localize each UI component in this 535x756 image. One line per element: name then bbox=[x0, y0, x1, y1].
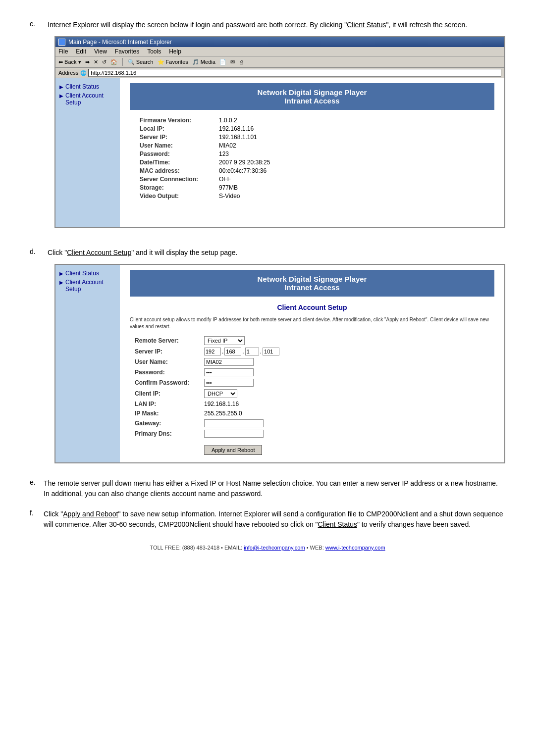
stop-button[interactable]: ✕ bbox=[94, 59, 98, 65]
toolbar-btn-3[interactable]: 🖨 bbox=[239, 59, 244, 65]
label-primary-dns: Primary Dns: bbox=[135, 430, 204, 437]
page-header-2: Network Digital Signage Player Intranet … bbox=[130, 270, 494, 297]
form-row-primary-dns: Primary Dns: bbox=[135, 430, 494, 438]
password-input[interactable] bbox=[204, 368, 254, 376]
value-password: 123 bbox=[219, 151, 229, 157]
setup-form: Remote Server: Fixed IP Host Name Server… bbox=[135, 336, 494, 455]
sidebar-client-status-label-2: Client Status bbox=[65, 270, 99, 277]
ip-dot-1: . bbox=[222, 348, 223, 355]
menu-help[interactable]: Help bbox=[169, 48, 181, 55]
apply-reboot-button[interactable]: Apply and Reboot bbox=[204, 445, 262, 455]
footer-email-link[interactable]: info@i-techcompany.com bbox=[244, 545, 305, 551]
section-e-letter: e. bbox=[30, 478, 38, 499]
favorites-button[interactable]: ⭐ Favorites bbox=[158, 59, 188, 65]
label-gateway: Gateway: bbox=[135, 420, 204, 427]
info-row-local-ip: Local IP: 192.168.1.16 bbox=[140, 125, 494, 132]
form-row-password: Password: bbox=[135, 368, 494, 376]
label-remote-server: Remote Server: bbox=[135, 337, 204, 344]
form-row-lan-ip: LAN IP: 192.168.1.16 bbox=[135, 401, 494, 407]
browser-icon-1 bbox=[58, 39, 65, 46]
client-ip-select[interactable]: DHCP Fixed IP bbox=[204, 389, 237, 398]
arrow-icon-3: ▶ bbox=[59, 271, 63, 276]
remote-server-select[interactable]: Fixed IP Host Name bbox=[204, 336, 245, 345]
forward-button[interactable]: ➡ bbox=[85, 59, 90, 65]
confirm-password-input[interactable] bbox=[204, 379, 254, 387]
footer-email-label: EMAIL: bbox=[224, 545, 242, 551]
section-d-text: Click "Client Account Setup" and it will… bbox=[48, 248, 238, 258]
address-icon: 🌐 bbox=[80, 70, 86, 76]
label-username-form: User Name: bbox=[135, 358, 204, 365]
ip-dot-3: . bbox=[260, 348, 262, 355]
value-datetime: 2007 9 29 20:38:25 bbox=[219, 159, 270, 166]
label-local-ip: Local IP: bbox=[140, 125, 219, 132]
menu-favorites[interactable]: Favorites bbox=[115, 48, 139, 55]
arrow-icon-2: ▶ bbox=[59, 93, 63, 99]
value-username: MIA02 bbox=[219, 142, 236, 149]
section-c-text: Internet Explorer will display the scree… bbox=[48, 20, 467, 30]
sidebar-client-account-1[interactable]: ▶ Client Account Setup bbox=[59, 92, 116, 106]
home-button[interactable]: 🏠 bbox=[110, 59, 117, 65]
form-row-server-ip: Server IP: . . . bbox=[135, 348, 494, 355]
ip-dot-2: . bbox=[242, 348, 244, 355]
arrow-icon-4: ▶ bbox=[59, 280, 63, 285]
address-label: Address bbox=[58, 70, 78, 76]
value-ip-mask: 255.255.255.0 bbox=[204, 410, 242, 417]
main-area-2: Network Digital Signage Player Intranet … bbox=[120, 265, 504, 462]
form-row-confirm-password: Confirm Password: bbox=[135, 379, 494, 387]
label-password: Password: bbox=[140, 151, 219, 157]
label-mac: MAC address: bbox=[140, 167, 219, 174]
search-button[interactable]: 🔍 Search bbox=[128, 59, 154, 65]
server-ip-1[interactable] bbox=[204, 348, 221, 355]
section-e: e. The remote server pull down menu has … bbox=[30, 478, 505, 499]
server-ip-group: . . . bbox=[204, 348, 279, 355]
value-storage: 977MB bbox=[219, 184, 238, 191]
menu-view[interactable]: View bbox=[94, 48, 107, 55]
server-ip-4[interactable] bbox=[263, 348, 279, 355]
form-row-client-ip: Client IP: DHCP Fixed IP bbox=[135, 389, 494, 398]
info-row-server-conn: Server Connnection: OFF bbox=[140, 176, 494, 183]
browser-toolbar-1: ⬅ Back ▾ ➡ ✕ ↺ 🏠 🔍 Search ⭐ Favorites 🎵 … bbox=[55, 56, 504, 68]
browser-content-2: ▶ Client Status ▶ Client Account Setup N… bbox=[55, 265, 504, 462]
footer: TOLL FREE: (888) 483-2418 • EMAIL: info@… bbox=[30, 545, 505, 551]
menu-tools[interactable]: Tools bbox=[147, 48, 161, 55]
sidebar-client-status-label-1: Client Status bbox=[65, 83, 99, 90]
section-c: c. Internet Explorer will display the sc… bbox=[30, 20, 505, 228]
primary-dns-input[interactable] bbox=[204, 430, 264, 438]
server-ip-2[interactable] bbox=[224, 348, 241, 355]
setup-title: Client Account Setup bbox=[130, 303, 494, 311]
address-input-1[interactable] bbox=[88, 69, 501, 77]
browser-content-1: ▶ Client Status ▶ Client Account Setup N… bbox=[55, 78, 504, 227]
section-f-text: Click "Apply and Reboot" to save new set… bbox=[44, 509, 505, 530]
value-lan-ip: 192.168.1.16 bbox=[204, 401, 239, 407]
section-f: f. Click "Apply and Reboot" to save new … bbox=[30, 509, 505, 530]
sidebar-client-account-2[interactable]: ▶ Client Account Setup bbox=[59, 279, 116, 293]
label-confirm-password: Confirm Password: bbox=[135, 379, 204, 386]
page-header2-line2: Intranet Access bbox=[135, 283, 489, 292]
browser-window-2: ▶ Client Status ▶ Client Account Setup N… bbox=[45, 264, 505, 463]
form-row-remote-server: Remote Server: Fixed IP Host Name bbox=[135, 336, 494, 345]
refresh-button[interactable]: ↺ bbox=[102, 59, 107, 65]
label-username: User Name: bbox=[140, 142, 219, 149]
footer-toll-free: TOLL FREE: (888) 483-2418 bbox=[150, 545, 219, 551]
browser-titlebar-1: Main Page - Microsoft Internet Explorer bbox=[55, 37, 504, 47]
sidebar-client-account-label-2: Client Account Setup bbox=[65, 279, 116, 293]
sidebar-client-status-2[interactable]: ▶ Client Status bbox=[59, 270, 116, 277]
info-row-password: Password: 123 bbox=[140, 151, 494, 157]
arrow-icon-1: ▶ bbox=[59, 84, 63, 90]
toolbar-btn-1[interactable]: 📄 bbox=[219, 59, 226, 65]
server-ip-3[interactable] bbox=[245, 348, 259, 355]
toolbar-separator-1 bbox=[122, 58, 123, 66]
footer-web-link[interactable]: www.i-techcompany.com bbox=[325, 545, 385, 551]
toolbar-btn-2[interactable]: ✉ bbox=[230, 59, 235, 65]
menu-edit[interactable]: Edit bbox=[76, 48, 86, 55]
gateway-input[interactable] bbox=[204, 419, 264, 427]
media-button[interactable]: 🎵 Media bbox=[192, 59, 215, 65]
label-password-form: Password: bbox=[135, 369, 204, 376]
back-button[interactable]: ⬅ Back ▾ bbox=[58, 59, 81, 65]
form-row-username: User Name: bbox=[135, 358, 494, 366]
info-row-video: Video Output: S-Video bbox=[140, 193, 494, 200]
label-client-ip: Client IP: bbox=[135, 390, 204, 397]
sidebar-client-status-1[interactable]: ▶ Client Status bbox=[59, 83, 116, 90]
username-input[interactable] bbox=[204, 358, 254, 366]
menu-file[interactable]: File bbox=[58, 48, 68, 55]
